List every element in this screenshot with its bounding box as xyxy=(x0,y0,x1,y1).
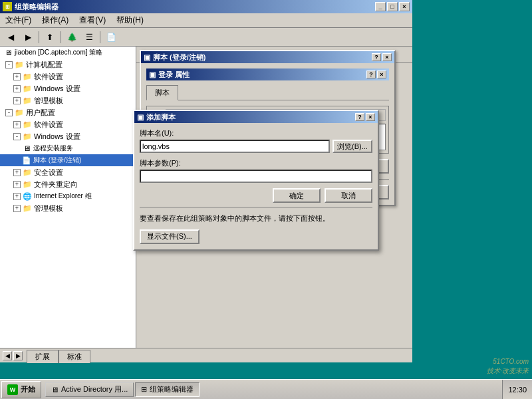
tab-script[interactable]: 脚本 xyxy=(146,85,178,100)
script-params-input-row xyxy=(140,170,372,183)
up-button[interactable]: ⬆ xyxy=(42,30,58,45)
export-btn[interactable]: 📄 xyxy=(103,30,119,45)
dialog-add-script-body: 脚本名(U): 浏览(B)... 脚本参数(P): 确定 取消 要查看保存在此组… xyxy=(134,123,378,249)
tab-expand[interactable]: 扩展 xyxy=(27,350,59,363)
tree-btn[interactable]: 🌲 xyxy=(64,30,80,45)
script-name-input[interactable] xyxy=(140,140,330,153)
list-btn[interactable]: ☰ xyxy=(81,30,97,45)
expand-ie[interactable]: + xyxy=(13,193,21,200)
expand-admin1[interactable]: + xyxy=(13,97,21,104)
tree-item-security[interactable]: + 📁 安全设置 xyxy=(0,166,136,178)
dialog-add-script-help[interactable]: ? xyxy=(355,113,364,121)
tree-item-remote[interactable]: 🖥 远程安装服务 xyxy=(0,142,136,154)
watermark-line2: 技术·改变未来 xyxy=(487,366,529,376)
taskbar-clock: 12:30 xyxy=(502,380,532,399)
expand-computer[interactable]: - xyxy=(5,61,13,68)
menu-action[interactable]: 操作(A) xyxy=(37,13,74,28)
inner-title-icon: ▣ xyxy=(149,70,156,79)
tree-item-win1[interactable]: + 📁 Windows 设置 xyxy=(0,82,136,94)
folder-icon-1: 📁 xyxy=(14,59,25,70)
dialog-denglu-controls: ? × xyxy=(372,53,392,61)
folder-icon-10: 📁 xyxy=(22,167,33,178)
start-button[interactable]: W 开始 xyxy=(1,381,41,398)
expand-win1[interactable]: + xyxy=(13,85,21,92)
close-button[interactable]: × xyxy=(399,2,410,11)
add-script-cancel-btn[interactable]: 取消 xyxy=(325,188,372,203)
script-params-input[interactable] xyxy=(140,170,372,183)
tree-label-5: 用户配置 xyxy=(26,108,55,118)
script-name-input-row: 浏览(B)... xyxy=(140,140,372,153)
folder-icon-7: 📁 xyxy=(22,131,33,142)
tree-item-computer-config[interactable]: - 📁 计算机配置 xyxy=(0,59,136,70)
script-params-label: 脚本参数(P): xyxy=(140,158,372,168)
main-titlebar: ⊞ 组策略编辑器 _ □ × xyxy=(0,0,412,13)
expand-sw1[interactable]: + xyxy=(13,73,21,80)
add-script-ok-btn[interactable]: 确定 xyxy=(273,188,321,203)
dialog-add-script: ▣ 添加脚本 ? × 脚本名(U): 浏览(B)... 脚本参数(P): 确定 … xyxy=(133,110,379,251)
status-nav-left[interactable]: ◀ xyxy=(3,351,12,360)
status-nav-right[interactable]: ▶ xyxy=(13,351,23,360)
status-tabs: 扩展 标准 xyxy=(24,349,93,362)
tree-item-ie[interactable]: + 🌐 Internet Explorer 维 xyxy=(0,190,136,202)
dialog-denglu-close[interactable]: × xyxy=(382,53,392,61)
taskbar-item-icon-1: ⊞ xyxy=(141,385,147,394)
browse-button[interactable]: 浏览(B)... xyxy=(332,140,372,153)
tree-label-2: 软件设置 xyxy=(34,72,63,82)
dialog-add-script-icon: ▣ xyxy=(137,113,144,122)
expand-sec[interactable]: + xyxy=(13,169,21,176)
main-window-controls: _ □ × xyxy=(375,2,410,11)
expand-win2[interactable]: - xyxy=(13,133,21,140)
root-icon: 🖥 xyxy=(3,47,13,58)
inner-close-btn[interactable]: × xyxy=(377,70,386,78)
menu-file[interactable]: 文件(F) xyxy=(0,13,37,28)
tree-item-root[interactable]: 🖥 jiaoben [DC.aptech.com] 策略 xyxy=(0,47,136,59)
dialog-denglu-icon: ▣ xyxy=(144,53,150,62)
taskbar-item-label-0: Active Directory 用... xyxy=(61,384,128,394)
tree-item-folder-redirect[interactable]: + 📁 文件夹重定向 xyxy=(0,178,136,190)
show-files-button[interactable]: 显示文件(S)... xyxy=(140,229,200,244)
maximize-button[interactable]: □ xyxy=(387,2,398,11)
script-params-row: 脚本参数(P): xyxy=(140,158,372,183)
taskbar-item-1[interactable]: ⊞ 组策略编辑器 xyxy=(135,382,200,397)
tree-item-admin1[interactable]: + 📁 管理模板 xyxy=(0,94,136,106)
menu-view[interactable]: 查看(V) xyxy=(74,13,111,28)
tree-item-user-config[interactable]: - 📁 用户配置 xyxy=(0,106,136,118)
folder-icon-13: 📁 xyxy=(22,203,33,213)
folder-icon-11: 📁 xyxy=(22,179,33,190)
tree-item-win2[interactable]: - 📁 Windows 设置 xyxy=(0,130,136,142)
expand-sw2[interactable]: + xyxy=(13,121,21,128)
status-left: ◀ ▶ 扩展 标准 xyxy=(0,349,412,362)
expand-user[interactable]: - xyxy=(5,109,13,116)
tree-item-sw1[interactable]: + 📁 软件设置 xyxy=(0,70,136,82)
tree-label-9: 脚本 (登录/注销) xyxy=(33,156,81,165)
expand-admin2[interactable]: + xyxy=(13,205,21,212)
minimize-button[interactable]: _ xyxy=(375,2,386,11)
back-button[interactable]: ◀ xyxy=(3,30,19,45)
tab-standard[interactable]: 标准 xyxy=(59,350,90,363)
inner-titlebar: ▣ 登录 属性 ? × xyxy=(146,68,389,80)
inner-help-btn[interactable]: ? xyxy=(366,70,376,78)
start-label: 开始 xyxy=(21,384,35,394)
dialog-denglu-help[interactable]: ? xyxy=(372,53,381,61)
ie-icon: 🌐 xyxy=(22,191,33,201)
tree-label-10: 安全设置 xyxy=(34,168,63,178)
expand-fr[interactable]: + xyxy=(13,181,21,188)
forward-button[interactable]: ▶ xyxy=(20,30,36,45)
toolbar: ◀ ▶ ⬆ 🌲 ☰ 📄 xyxy=(0,28,412,47)
tree-item-script[interactable]: 📄 脚本 (登录/注销) xyxy=(0,154,136,166)
taskbar-items: 🖥 Active Directory 用... ⊞ 组策略编辑器 xyxy=(43,382,502,397)
taskbar-item-0[interactable]: 🖥 Active Directory 用... xyxy=(45,382,134,397)
tree-label-13: 管理模板 xyxy=(34,203,63,213)
folder-icon-5: 📁 xyxy=(14,107,25,118)
tree-label-6: 软件设置 xyxy=(34,120,63,130)
script-icon: 📄 xyxy=(21,155,32,166)
tree-item-sw2[interactable]: + 📁 软件设置 xyxy=(0,118,136,130)
dialog-add-script-close[interactable]: × xyxy=(366,113,375,121)
start-icon: W xyxy=(7,384,18,395)
menu-help[interactable]: 帮助(H) xyxy=(111,13,149,28)
folder-icon-3: 📁 xyxy=(22,83,33,94)
main-title-icon: ⊞ xyxy=(3,2,12,11)
tree-label-12: Internet Explorer 维 xyxy=(34,192,92,201)
taskbar-item-icon-0: 🖥 xyxy=(51,386,59,394)
tree-item-admin2[interactable]: + 📁 管理模板 xyxy=(0,202,136,214)
